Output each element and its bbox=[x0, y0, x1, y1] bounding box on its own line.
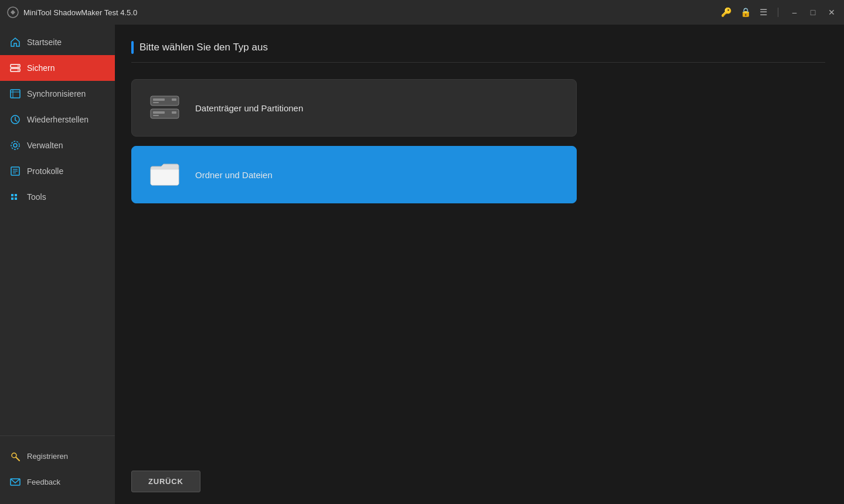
sidebar-label-feedback: Feedback bbox=[27, 478, 60, 486]
disk-icon bbox=[148, 91, 181, 124]
sidebar-item-synchronisieren[interactable]: Synchronisieren bbox=[0, 81, 115, 107]
log-icon bbox=[9, 165, 21, 177]
svg-rect-16 bbox=[15, 194, 17, 196]
sidebar-label-sichern: Sichern bbox=[27, 63, 55, 73]
sidebar-label-verwalten: Verwalten bbox=[27, 141, 63, 150]
sidebar-bottom: Registrieren Feedback bbox=[0, 435, 115, 504]
lock-icon[interactable]: 🔒 bbox=[740, 7, 751, 18]
page-title: Bitte wählen Sie den Typ aus bbox=[139, 42, 268, 53]
sidebar-item-protokolle[interactable]: Protokolle bbox=[0, 158, 115, 184]
folder-card-label: Ordner und Dateien bbox=[195, 170, 273, 180]
title-bar-controls: 🔑 🔒 ☰ ‒ □ ✕ bbox=[721, 7, 837, 18]
svg-point-4 bbox=[18, 70, 19, 71]
sidebar-label-protokolle: Protokolle bbox=[27, 166, 63, 176]
svg-line-20 bbox=[16, 457, 19, 461]
svg-rect-17 bbox=[11, 197, 13, 200]
sidebar: Startseite Sichern bbox=[0, 25, 115, 504]
svg-rect-15 bbox=[11, 194, 13, 196]
type-card-disk[interactable]: Datenträger und Partitionen bbox=[131, 79, 577, 137]
app-title: MiniTool ShadowMaker Test 4.5.0 bbox=[23, 8, 137, 17]
content-area: Bitte wählen Sie den Typ aus bbox=[115, 25, 844, 504]
sidebar-item-tools[interactable]: Tools bbox=[0, 184, 115, 210]
app-logo: MiniTool ShadowMaker Test 4.5.0 bbox=[7, 6, 137, 18]
svg-rect-27 bbox=[153, 111, 165, 114]
app-logo-icon bbox=[7, 6, 19, 18]
key-register-icon bbox=[9, 450, 21, 462]
restore-icon bbox=[9, 114, 21, 125]
svg-rect-5 bbox=[11, 90, 20, 98]
sidebar-item-sichern[interactable]: Sichern bbox=[0, 55, 115, 81]
disk-card-label: Datenträger und Partitionen bbox=[195, 103, 303, 113]
back-button[interactable]: ZURÜCK bbox=[131, 471, 200, 492]
nav-items: Startseite Sichern bbox=[0, 25, 115, 435]
svg-rect-28 bbox=[153, 115, 159, 116]
svg-rect-18 bbox=[15, 197, 17, 200]
sidebar-label-wiederherstellen: Wiederherstellen bbox=[27, 115, 89, 124]
app-body: Startseite Sichern bbox=[0, 25, 844, 504]
sidebar-item-wiederherstellen[interactable]: Wiederherstellen bbox=[0, 107, 115, 132]
sidebar-item-startseite[interactable]: Startseite bbox=[0, 29, 115, 55]
sidebar-label-tools: Tools bbox=[27, 192, 46, 202]
header-accent-bar bbox=[131, 41, 134, 54]
sidebar-label-registrieren: Registrieren bbox=[27, 452, 68, 461]
mail-icon bbox=[9, 476, 21, 488]
type-cards-container: Datenträger und Partitionen Ordner und D… bbox=[131, 79, 577, 203]
minimize-button[interactable]: ‒ bbox=[789, 7, 799, 18]
maximize-button[interactable]: □ bbox=[808, 7, 818, 18]
sidebar-item-verwalten[interactable]: Verwalten bbox=[0, 132, 115, 158]
tools-icon bbox=[9, 191, 21, 203]
sidebar-item-feedback[interactable]: Feedback bbox=[0, 469, 115, 495]
sidebar-item-registrieren[interactable]: Registrieren bbox=[0, 443, 115, 469]
svg-point-10 bbox=[11, 141, 19, 149]
divider bbox=[778, 8, 778, 17]
svg-rect-29 bbox=[172, 111, 176, 114]
backup-icon bbox=[9, 62, 21, 74]
sidebar-label-synchronisieren: Synchronisieren bbox=[27, 89, 86, 98]
menu-icon[interactable]: ☰ bbox=[760, 7, 767, 18]
key-icon[interactable]: 🔑 bbox=[721, 7, 732, 18]
type-card-folder[interactable]: Ordner und Dateien bbox=[131, 146, 577, 203]
svg-rect-23 bbox=[153, 98, 165, 101]
page-header: Bitte wählen Sie den Typ aus bbox=[131, 41, 825, 63]
sidebar-label-startseite: Startseite bbox=[27, 38, 62, 47]
manage-icon bbox=[9, 139, 21, 151]
svg-rect-25 bbox=[172, 98, 176, 101]
svg-point-9 bbox=[13, 144, 17, 147]
content-bottom: ZURÜCK bbox=[131, 459, 825, 492]
svg-rect-24 bbox=[153, 102, 159, 103]
title-bar: MiniTool ShadowMaker Test 4.5.0 🔑 🔒 ☰ ‒ … bbox=[0, 0, 844, 25]
home-icon bbox=[9, 36, 21, 48]
folder-icon bbox=[148, 158, 181, 191]
sync-icon bbox=[9, 88, 21, 100]
svg-point-3 bbox=[18, 66, 19, 67]
close-button[interactable]: ✕ bbox=[826, 7, 837, 18]
